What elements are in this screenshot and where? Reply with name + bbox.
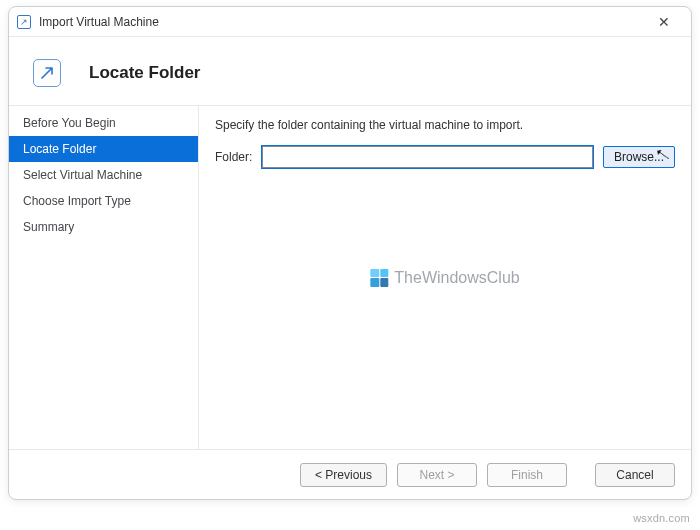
step-label: Choose Import Type bbox=[23, 194, 131, 208]
watermark: TheWindowsClub bbox=[370, 269, 519, 287]
step-label: Before You Begin bbox=[23, 116, 116, 130]
titlebar: Import Virtual Machine ✕ bbox=[9, 7, 691, 37]
close-icon: ✕ bbox=[658, 14, 670, 30]
wizard-steps-sidebar: Before You Begin Locate Folder Select Vi… bbox=[9, 106, 199, 449]
wizard-window: Import Virtual Machine ✕ Locate Folder B… bbox=[8, 6, 692, 500]
folder-input[interactable] bbox=[262, 146, 593, 168]
step-select-virtual-machine[interactable]: Select Virtual Machine bbox=[9, 162, 198, 188]
close-button[interactable]: ✕ bbox=[643, 8, 685, 36]
step-summary[interactable]: Summary bbox=[9, 214, 198, 240]
step-label: Locate Folder bbox=[23, 142, 96, 156]
previous-button[interactable]: < Previous bbox=[300, 463, 387, 487]
next-button[interactable]: Next > bbox=[397, 463, 477, 487]
step-label: Summary bbox=[23, 220, 74, 234]
watermark-text: TheWindowsClub bbox=[394, 269, 519, 287]
page-credit: wsxdn.com bbox=[633, 512, 690, 524]
cancel-button[interactable]: Cancel bbox=[595, 463, 675, 487]
import-arrow-icon bbox=[33, 59, 61, 87]
browse-button[interactable]: Browse... bbox=[603, 146, 675, 168]
wizard-footer: < Previous Next > Finish Cancel bbox=[9, 449, 691, 499]
folder-label: Folder: bbox=[215, 150, 252, 164]
wizard-content: Specify the folder containing the virtua… bbox=[199, 106, 691, 449]
step-before-you-begin[interactable]: Before You Begin bbox=[9, 110, 198, 136]
window-title: Import Virtual Machine bbox=[39, 15, 643, 29]
folder-row: Folder: Browse... bbox=[215, 146, 675, 168]
instruction-text: Specify the folder containing the virtua… bbox=[215, 118, 675, 132]
finish-button[interactable]: Finish bbox=[487, 463, 567, 487]
wizard-body: Before You Begin Locate Folder Select Vi… bbox=[9, 105, 691, 449]
thewindowsclub-logo-icon bbox=[370, 269, 388, 287]
step-label: Select Virtual Machine bbox=[23, 168, 142, 182]
wizard-header: Locate Folder bbox=[9, 37, 691, 105]
import-vm-icon bbox=[17, 15, 31, 29]
step-choose-import-type[interactable]: Choose Import Type bbox=[9, 188, 198, 214]
page-title: Locate Folder bbox=[89, 63, 200, 83]
step-locate-folder[interactable]: Locate Folder bbox=[9, 136, 198, 162]
